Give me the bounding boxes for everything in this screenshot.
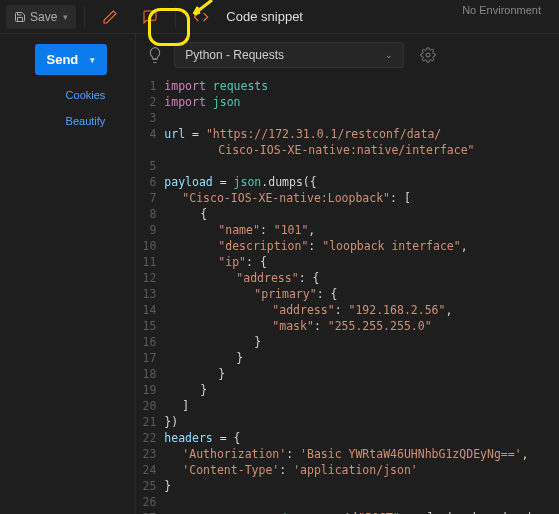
environment-label[interactable]: No Environment bbox=[462, 0, 541, 20]
divider bbox=[175, 6, 176, 28]
language-dropdown[interactable]: Python - Requests ⌄ bbox=[174, 42, 404, 68]
top-toolbar: No Environment Save ▾ Code snippet bbox=[0, 0, 559, 34]
pencil-icon bbox=[102, 9, 118, 25]
main-area: Send ▾ Cookies Beautify Python - Request… bbox=[0, 34, 559, 514]
chevron-down-icon: ▾ bbox=[63, 12, 68, 22]
beautify-link[interactable]: Beautify bbox=[66, 115, 106, 127]
comment-button[interactable] bbox=[133, 3, 167, 31]
save-icon bbox=[14, 11, 26, 23]
comment-icon bbox=[142, 9, 158, 25]
line-gutter: 1234567891011121314151617181920212223242… bbox=[136, 78, 164, 514]
code-content: import requestsimport jsonurl = "https:/… bbox=[164, 78, 559, 514]
snippet-toolbar: Python - Requests ⌄ bbox=[136, 34, 559, 76]
divider bbox=[84, 6, 85, 28]
chevron-down-icon: ⌄ bbox=[385, 50, 393, 60]
code-snippet-panel: Python - Requests ⌄ 12345678910111213141… bbox=[135, 34, 559, 514]
code-snippet-title: Code snippet bbox=[226, 9, 303, 24]
svg-point-0 bbox=[426, 53, 430, 57]
code-icon bbox=[193, 9, 209, 25]
gear-icon[interactable] bbox=[420, 47, 436, 63]
language-selected: Python - Requests bbox=[185, 48, 284, 62]
request-sidebar: Send ▾ Cookies Beautify bbox=[0, 34, 135, 514]
save-label: Save bbox=[30, 10, 57, 24]
code-snippet-button[interactable] bbox=[184, 3, 218, 31]
save-button[interactable]: Save ▾ bbox=[6, 5, 76, 29]
lightbulb-icon[interactable] bbox=[146, 46, 164, 64]
edit-button[interactable] bbox=[93, 3, 127, 31]
send-button[interactable]: Send ▾ bbox=[35, 44, 108, 75]
chevron-down-icon: ▾ bbox=[90, 55, 95, 65]
send-label: Send bbox=[47, 52, 79, 67]
cookies-link[interactable]: Cookies bbox=[66, 89, 106, 101]
code-editor[interactable]: 1234567891011121314151617181920212223242… bbox=[136, 76, 559, 514]
